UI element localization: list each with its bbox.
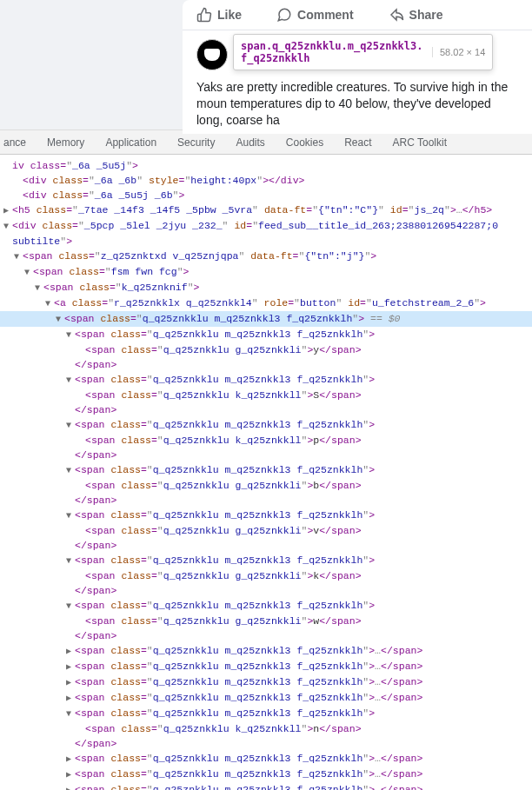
post-body-text: Yaks are pretty incredible creatures. To… [183,74,532,134]
dom-line[interactable]: ▼<span class="q_q25znkklu m_q25znkkl3 f_… [0,706,532,721]
dom-line[interactable]: <span class="q_q25znkklu k_q25znkkll">S<… [0,388,532,402]
dom-line[interactable]: ▼<span class="q_q25znkklu m_q25znkkl3 f_… [0,508,532,523]
dom-line[interactable]: ▼<span class="q_q25znkklu m_q25znkkl3 f_… [0,598,532,614]
expand-caret[interactable]: ▼ [66,508,75,523]
dom-line[interactable]: ▼<span class="k_q25znknif"> [0,280,532,295]
dom-line[interactable]: <span class="q_q25znkklu k_q25znkkll">n<… [0,721,532,736]
expand-caret[interactable]: ▶ [66,752,75,767]
dom-line[interactable]: iv class="_6a _5u5j"> [0,158,532,173]
post-action-bar: Like Comment Share [183,0,532,30]
dom-line[interactable]: ▶<span class="q_q25znkklu m_q25znkkl3 f_… [0,674,532,690]
expand-caret[interactable]: ▶ [3,203,12,218]
expand-caret[interactable]: ▼ [66,328,75,342]
dom-line[interactable]: ▶<h5 class="_7tae _14f3 _14f5 _5pbw _5vr… [0,202,532,218]
dom-line[interactable]: </span> [0,628,532,643]
inspect-tooltip: span.q_q25znkklu.m_q25znkkl3.f_q25znkklh… [233,34,493,70]
like-label: Like [217,8,242,22]
dom-line[interactable]: </span> [0,583,532,598]
tooltip-dimensions: 58.02 × 14 [432,47,485,57]
dom-line[interactable]: ▶<span class="q_q25znkklu m_q25znkkl3 f_… [0,767,532,782]
dom-line[interactable]: <span class="q_q25znkklu g_q25znkkli">b<… [0,478,532,493]
tab-security[interactable]: Security [167,130,225,154]
expand-caret[interactable]: ▼ [24,265,33,280]
expand-caret[interactable]: ▶ [66,691,75,706]
dom-line[interactable]: ▼<span class="q_q25znkklu m_q25znkkl3 f_… [0,417,532,433]
expand-caret[interactable]: ▼ [45,296,54,311]
dom-line[interactable]: <span class="q_q25znkklu g_q25znkkli">k<… [0,568,532,583]
tab-performance[interactable]: ance [3,130,37,154]
devtools-tabs: ance Memory Application Security Audits … [0,130,532,155]
tab-react[interactable]: React [334,130,382,154]
share-button[interactable]: Share [389,7,443,23]
dom-line[interactable]: ▼<span class="q_q25znkklu m_q25znkkl3 f_… [0,372,532,388]
comment-icon [276,7,292,23]
dom-line[interactable]: ▶<span class="q_q25znkklu m_q25znkkl3 f_… [0,659,532,674]
expand-caret[interactable]: ▶ [66,767,75,782]
expand-caret[interactable]: ▶ [66,783,75,790]
dom-line[interactable]: <span class="q_q25znkklu g_q25znkkli">w<… [0,614,532,628]
tab-arc-toolkit[interactable]: ARC Toolkit [382,130,457,154]
dom-line[interactable]: <span class="q_q25znkklu k_q25znkkll">p<… [0,433,532,448]
dom-line[interactable]: ▶<span class="q_q25znkklu m_q25znkkl3 f_… [0,751,532,767]
dom-line[interactable]: </span> [0,402,532,417]
thumbs-up-icon [196,7,212,23]
like-button[interactable]: Like [196,7,242,23]
share-icon [389,7,404,23]
tab-memory[interactable]: Memory [37,130,95,154]
expand-caret[interactable]: ▼ [66,707,75,721]
comment-button[interactable]: Comment [276,7,354,23]
dom-line-selected[interactable]: ▼<span class="q_q25znkklu m_q25znkkl3 f_… [0,311,532,327]
expand-caret[interactable]: ▼ [66,554,75,568]
tooltip-selector: span.q_q25znkklu.m_q25znkkl3.f_q25znkklh [241,40,423,64]
dom-line[interactable]: </span> [0,538,532,553]
tab-application[interactable]: Application [95,130,167,154]
dom-line[interactable]: ▼<div class="_5pcp _5lel _2jyu _232_" id… [0,218,532,234]
dom-line[interactable]: </span> [0,357,532,372]
expand-caret[interactable]: ▼ [66,373,75,388]
tab-cookies[interactable]: Cookies [276,130,334,154]
expand-caret[interactable]: ▼ [35,281,43,295]
dom-line[interactable]: </span> [0,736,532,751]
expand-caret[interactable]: ▼ [66,599,75,614]
dom-line[interactable]: ▶<span class="q_q25znkklu m_q25znkkl3 f_… [0,690,532,706]
expand-caret[interactable]: ▶ [66,660,75,674]
avatar[interactable] [196,39,228,70]
expand-caret[interactable]: ▼ [14,249,23,264]
dom-line[interactable]: ▼<span class="q_q25znkklu m_q25znkkl3 f_… [0,327,532,342]
dom-line[interactable]: ▼<span class="q_q25znkklu m_q25znkkl3 f_… [0,553,532,568]
dom-line[interactable]: <div class="_6a _6b" style="height:40px"… [0,173,532,188]
dom-line[interactable]: <span class="q_q25znkklu g_q25znkkli">v<… [0,523,532,538]
expand-caret[interactable]: ▼ [56,312,64,327]
dom-line[interactable]: subtilte"> [0,234,532,249]
expand-caret[interactable]: ▼ [66,463,75,478]
dom-line[interactable]: ▶<span class="q_q25znkklu m_q25znkkl3 f_… [0,643,532,659]
dom-line[interactable]: <div class="_6a _5u5j _6b"> [0,188,532,202]
dom-line[interactable]: </span> [0,448,532,462]
dom-line[interactable]: ▼<a class="r_q25znkklx q_q25znkkl4" role… [0,295,532,311]
dom-line[interactable]: <span class="q_q25znkklu g_q25znkkli">y<… [0,342,532,357]
dom-line[interactable]: ▼<span class="z_q25znktxd v_q25znjqpa" d… [0,249,532,264]
dom-line[interactable]: ▼<span class="q_q25znkklu m_q25znkkl3 f_… [0,462,532,478]
comment-label: Comment [297,8,354,22]
dom-line[interactable]: ▼<span class="fsm fwn fcg"> [0,264,532,280]
dom-line[interactable]: </span> [0,493,532,508]
expand-caret[interactable]: ▶ [66,644,75,659]
expand-caret[interactable]: ▼ [66,418,75,433]
expand-caret[interactable]: ▶ [66,675,75,690]
dom-line[interactable]: ▶<span class="q_q25znkklu m_q25znkkl3 f_… [0,782,532,790]
tab-audits[interactable]: Audits [225,130,275,154]
expand-caret[interactable]: ▼ [3,219,12,234]
page-preview: Like Comment Share Sponsored · Yaks are … [0,0,532,130]
share-label: Share [409,8,443,22]
elements-panel[interactable]: iv class="_6a _5u5j"> <div class="_6a _6… [0,155,532,790]
